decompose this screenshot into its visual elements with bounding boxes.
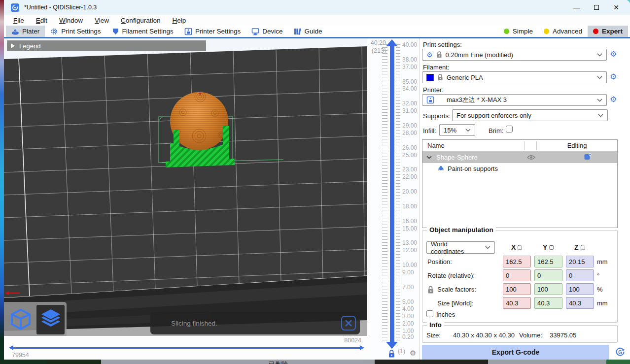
- supports-value: For support enforcers only: [456, 112, 531, 119]
- legend-bar[interactable]: Legend: [7, 40, 206, 51]
- expand-chevron-icon[interactable]: [426, 156, 432, 159]
- editor-view-button[interactable]: [6, 305, 35, 334]
- tab-filament-settings[interactable]: Filament Settings: [106, 26, 179, 37]
- close-button[interactable]: ✕: [606, 1, 626, 14]
- preview-view-button[interactable]: [36, 305, 65, 334]
- menu-configuration[interactable]: Configuration: [116, 16, 165, 25]
- mode-simple-label: Simple: [513, 28, 533, 35]
- menu-edit[interactable]: Edit: [32, 16, 52, 25]
- size-x-input[interactable]: [503, 297, 531, 309]
- position-x-input[interactable]: [503, 256, 531, 267]
- export-gcode-quick-button[interactable]: G: [612, 345, 628, 360]
- layer-tick-label: 25.00: [402, 152, 417, 159]
- menu-window[interactable]: Window: [55, 16, 87, 25]
- tab-printer-settings-label: Printer Settings: [195, 28, 241, 35]
- hbar-track[interactable]: [9, 345, 364, 350]
- slider-settings-gear-icon[interactable]: ⚙: [410, 349, 416, 358]
- layer-tick-label: 23.00: [402, 166, 417, 173]
- scale-z-input[interactable]: [566, 283, 594, 295]
- info-size-label: Size:: [426, 331, 441, 339]
- export-gcode-button[interactable]: Export G-code: [422, 345, 609, 360]
- layer-tick-label: 12.00: [402, 247, 417, 254]
- tab-print-settings-label: Print Settings: [61, 28, 101, 35]
- layer-slider-upper-thumb[interactable]: [386, 39, 398, 46]
- menu-help[interactable]: Help: [168, 16, 190, 25]
- filament-combo[interactable]: Generic PLA: [422, 71, 607, 83]
- object-list: Name Editing Shape-Sphere: [422, 139, 618, 228]
- visibility-toggle[interactable]: [521, 155, 541, 160]
- size-y-input[interactable]: [534, 297, 562, 309]
- printer-combo[interactable]: max3左边 * X-MAX 3: [422, 94, 607, 106]
- size-z-input[interactable]: [566, 297, 594, 309]
- menu-file[interactable]: File: [9, 16, 29, 25]
- object-row-shape-sphere[interactable]: Shape-Sphere: [422, 152, 617, 163]
- scale-y-input[interactable]: [534, 283, 562, 295]
- notification-close-button[interactable]: [341, 316, 356, 331]
- horizontal-range-slider: 80024 79954: [4, 336, 367, 361]
- coordinates-combo[interactable]: World coordinates: [426, 241, 495, 254]
- tab-device-label: Device: [262, 28, 282, 35]
- notification-toast: Slicing finished.: [150, 312, 360, 334]
- slider-lock-icon[interactable]: [388, 350, 395, 358]
- supports-label: Supports:: [423, 112, 451, 120]
- uniform-scale-lock-icon[interactable]: [427, 286, 434, 294]
- eye-icon: [527, 155, 535, 160]
- tab-guide[interactable]: Guide: [288, 26, 327, 37]
- printer-value: max3左边 * X-MAX 3: [447, 96, 507, 104]
- layer-slider-lower-thumb[interactable]: [386, 342, 398, 349]
- rotate-x-input[interactable]: [503, 269, 531, 281]
- object-name: Shape-Sphere: [436, 154, 521, 161]
- menu-view[interactable]: View: [90, 16, 113, 25]
- brim-label: Brim:: [489, 127, 503, 134]
- object-row-paint-on-supports[interactable]: Paint-on supports: [422, 163, 617, 174]
- mode-switcher: Simple Advanced Expert: [498, 26, 630, 37]
- scale-x-input[interactable]: [503, 283, 531, 295]
- chevron-down-icon: [598, 114, 603, 117]
- chevron-down-icon: [485, 246, 490, 249]
- paint-on-supports-icon: [437, 165, 445, 171]
- minimize-button[interactable]: —: [567, 1, 587, 14]
- tab-device[interactable]: Device: [246, 26, 288, 37]
- print-settings-edit-gear-icon[interactable]: ⚙: [610, 50, 617, 58]
- brim-checkbox[interactable]: [506, 126, 513, 132]
- layer-slider-track[interactable]: [390, 46, 394, 342]
- mode-advanced[interactable]: Advanced: [538, 26, 588, 37]
- chevron-down-icon: [597, 76, 602, 79]
- mode-simple[interactable]: Simple: [498, 26, 538, 37]
- rotate-z-input[interactable]: [566, 269, 594, 281]
- layer-tick-label: 2.00: [402, 320, 414, 327]
- filament-edit-gear-icon[interactable]: ⚙: [610, 73, 617, 81]
- chevron-down-icon: [597, 99, 602, 102]
- tab-plater[interactable]: Plater: [6, 26, 45, 37]
- layer-tick-label: 10.00: [402, 262, 417, 268]
- print-settings-combo[interactable]: ⚙ 0.20mm Fine (modified): [422, 49, 607, 61]
- position-z-input[interactable]: [566, 256, 594, 267]
- layer-tick-label: 13.00: [402, 239, 417, 246]
- layer-tick-label: 29.00: [402, 122, 417, 129]
- infill-combo[interactable]: 15%: [439, 124, 475, 136]
- mode-advanced-label: Advanced: [553, 28, 582, 35]
- rotate-y-input[interactable]: [534, 269, 562, 281]
- infill-label: Infill:: [423, 127, 436, 134]
- print-settings-gear-icon: [50, 28, 58, 35]
- position-label: Position:: [427, 258, 452, 265]
- layer-tick-label: 3.00: [402, 313, 414, 320]
- hbar-left-thumb[interactable]: [9, 345, 13, 350]
- 3d-viewport[interactable]: Legend: [4, 38, 367, 361]
- layer-tick-label: 38.00: [402, 56, 417, 63]
- printer-edit-gear-icon[interactable]: ⚙: [610, 96, 617, 103]
- axis-y-icon: [549, 245, 554, 250]
- maximize-button[interactable]: [587, 1, 606, 14]
- tab-print-settings[interactable]: Print Settings: [45, 26, 106, 37]
- mode-expert-label: Expert: [602, 28, 623, 35]
- tab-printer-settings[interactable]: Printer Settings: [179, 26, 246, 37]
- hbar-right-thumb[interactable]: [360, 345, 364, 350]
- supports-combo[interactable]: For support enforcers only: [452, 109, 608, 121]
- object-settings-button[interactable]: [584, 153, 592, 162]
- print-settings-label: Print settings:: [423, 41, 462, 48]
- inches-checkbox[interactable]: [426, 310, 433, 317]
- axis-z-icon: [581, 245, 585, 250]
- info-title: Info: [427, 321, 444, 329]
- mode-expert[interactable]: Expert: [588, 26, 628, 37]
- position-y-input[interactable]: [534, 256, 562, 267]
